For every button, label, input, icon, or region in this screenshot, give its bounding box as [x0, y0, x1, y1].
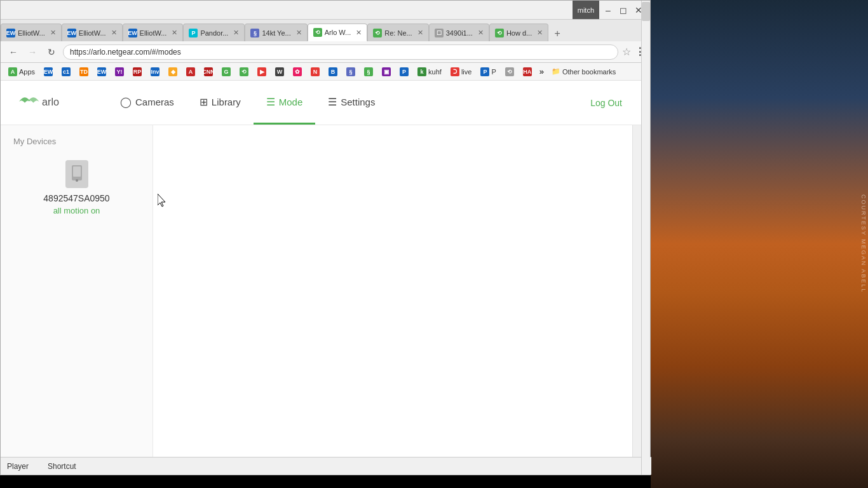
device-name-0: 4892547SA0950	[43, 193, 109, 203]
bookmark-kuhf-label: kuhf	[428, 68, 442, 76]
arlo-sidebar: My Devices 4892547SA0950 all motion on	[1, 125, 153, 474]
arlo-logo[interactable]: arlo	[13, 90, 82, 116]
folder-icon: 📁	[552, 67, 560, 76]
bookmark-w-icon: W	[275, 67, 284, 76]
bookmark-diamond[interactable]: ◆	[165, 65, 181, 79]
tab-close-6[interactable]: ✕	[417, 29, 423, 37]
bookmark-n-icon: N	[311, 67, 320, 76]
tab-label-7: 3490i1...	[446, 29, 473, 37]
bookmark-s2[interactable]: §	[360, 65, 377, 79]
bookmark-inv[interactable]: Inv	[147, 65, 163, 79]
more-bookmarks-button[interactable]: »	[537, 67, 546, 76]
nav-library[interactable]: ⊞ Library	[187, 81, 254, 125]
background-image	[651, 0, 868, 488]
tab-3[interactable]: P Pandor... ✕	[183, 24, 245, 41]
bookmark-apps[interactable]: A Apps	[4, 65, 39, 79]
tab-close-2[interactable]: ✕	[172, 29, 177, 37]
forward-button[interactable]: →	[25, 44, 40, 60]
watermark: COURTESY MEGAN ABELL	[859, 0, 868, 488]
content-area: arlo ◯ Cameras ⊞ Library ☰ Mode	[1, 81, 641, 475]
bookmark-fl[interactable]: ✿	[289, 65, 306, 79]
tab-5[interactable]: ⟲ Arlo W... ✕	[308, 24, 368, 41]
address-input[interactable]	[63, 44, 618, 60]
bookmark-s1[interactable]: §	[342, 65, 359, 79]
tab-favicon-2: EW	[128, 29, 137, 37]
maximize-button[interactable]: ◻	[617, 4, 630, 17]
bookmark-sq[interactable]: ▣	[378, 65, 395, 79]
scroll-thumb-top	[642, 2, 650, 21]
bookmark-gr2[interactable]: ⟲	[501, 65, 518, 79]
bookmark-g[interactable]: G	[218, 65, 234, 79]
tab-8[interactable]: ⟲ How d... ✕	[489, 24, 548, 41]
bookmark-w[interactable]: W	[271, 65, 288, 79]
tab-7[interactable]: ☐ 3490i1... ✕	[429, 24, 489, 41]
bookmark-yt[interactable]: ▶	[254, 65, 270, 79]
tab-label-8: How d...	[506, 29, 532, 37]
reload-button[interactable]: ↻	[44, 44, 59, 60]
other-bookmarks[interactable]: 📁 Other bookmarks	[548, 67, 620, 76]
bookmark-n[interactable]: N	[307, 65, 323, 79]
tab-4[interactable]: § 14kt Ye... ✕	[245, 24, 307, 41]
bookmark-c1[interactable]: c1	[58, 65, 74, 79]
bookmark-inv-icon: Inv	[151, 67, 159, 76]
bookmark-ew2[interactable]: EW	[93, 65, 110, 79]
bookmark-td[interactable]: TD	[76, 65, 92, 79]
arlo-scrollbar[interactable]	[632, 125, 641, 474]
bookmark-a[interactable]: A	[182, 65, 199, 79]
new-tab-button[interactable]: +	[550, 26, 565, 41]
bookmark-live[interactable]: Ͻ live	[447, 65, 476, 79]
bookmark-kuhf[interactable]: k kuhf	[414, 65, 445, 79]
tabbar: EW ElliotW... ✕ EW ElliotW... ✕ EW Ellio…	[1, 20, 650, 41]
tab-label-6: Re: Ne...	[384, 29, 412, 37]
tab-1[interactable]: EW ElliotW... ✕	[62, 24, 123, 41]
tab-close-3[interactable]: ✕	[233, 29, 239, 37]
bookmark-p2[interactable]: P P	[477, 65, 499, 79]
bookmark-yahoo-icon: Y!	[115, 67, 124, 76]
bookmark-s1-icon: §	[346, 67, 355, 76]
bookmark-gr[interactable]: ⟲	[236, 65, 252, 79]
bookmark-ha[interactable]: HA	[519, 65, 536, 79]
bookmark-td-icon: TD	[79, 67, 88, 76]
titlebar-buttons: – ◻ ✕	[602, 4, 645, 17]
tab-close-4[interactable]: ✕	[296, 29, 302, 37]
bookmark-star-icon[interactable]: ☆	[622, 46, 631, 58]
tab-close-5[interactable]: ✕	[356, 29, 362, 37]
bookmark-rp[interactable]: RP	[129, 65, 146, 79]
minimize-button[interactable]: –	[602, 4, 614, 17]
nav-cameras[interactable]: ◯ Cameras	[107, 81, 187, 125]
bookmark-yahoo[interactable]: Y!	[111, 65, 128, 79]
taskbar-shortcut: Shortcut	[48, 462, 76, 471]
bookmark-fl-icon: ✿	[293, 67, 302, 76]
nav-mode[interactable]: ☰ Mode	[254, 81, 316, 125]
back-button[interactable]: ←	[6, 44, 21, 60]
svg-rect-2	[73, 166, 81, 177]
bookmark-live-label: live	[461, 68, 472, 76]
bookmark-cnn[interactable]: CNN	[200, 65, 217, 79]
bookmark-b[interactable]: B	[325, 65, 341, 79]
tab-favicon-6: ⟲	[373, 29, 382, 37]
scrollbar-right[interactable]	[641, 1, 650, 475]
tab-close-7[interactable]: ✕	[478, 29, 484, 37]
tab-favicon-7: ☐	[435, 29, 444, 37]
bookmark-p1[interactable]: P	[396, 65, 412, 79]
arlo-nav: ◯ Cameras ⊞ Library ☰ Mode ☰ Settings	[107, 81, 584, 125]
titlebar: mitch – ◻ ✕	[1, 1, 650, 20]
cameras-icon: ◯	[120, 96, 132, 108]
mode-icon: ☰	[266, 96, 275, 108]
bookmark-c1-icon: c1	[62, 67, 71, 76]
nav-settings[interactable]: ☰ Settings	[315, 81, 388, 125]
other-bookmarks-label: Other bookmarks	[562, 68, 616, 76]
bookmark-ew1[interactable]: EW	[40, 65, 57, 79]
sidebar-device-0[interactable]: 4892547SA0950 all motion on	[1, 152, 153, 223]
mode-label: Mode	[279, 97, 303, 107]
tab-close-8[interactable]: ✕	[537, 29, 543, 37]
tab-2[interactable]: EW ElliotW... ✕	[123, 24, 184, 41]
bookmark-live-icon: Ͻ	[451, 67, 459, 76]
tab-label-4: 14kt Ye...	[262, 29, 290, 37]
tab-close-0[interactable]: ✕	[50, 29, 56, 37]
library-label: Library	[212, 97, 241, 107]
logout-button[interactable]: Log Out	[584, 98, 628, 108]
tab-0[interactable]: EW ElliotW... ✕	[1, 24, 62, 41]
tab-close-1[interactable]: ✕	[111, 29, 117, 37]
tab-6[interactable]: ⟲ Re: Ne... ✕	[367, 24, 428, 41]
